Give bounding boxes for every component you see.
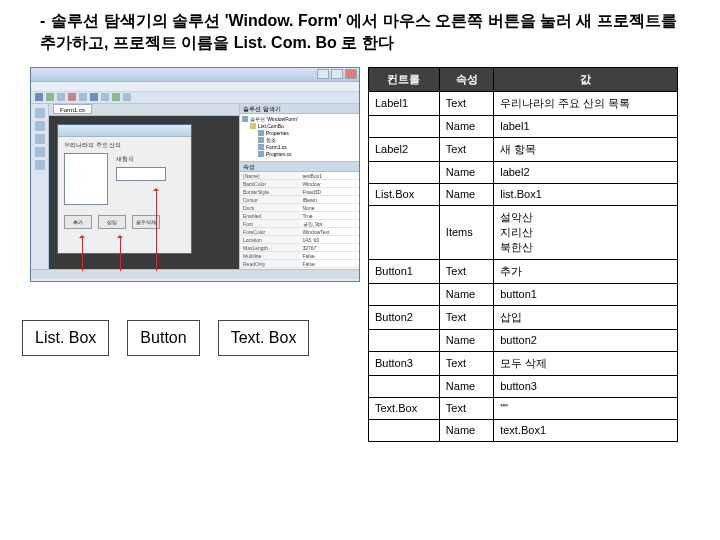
table-row: Button1Text추가 [369, 259, 678, 283]
ide-toolbox [31, 104, 49, 269]
control-labels: List. Box Button Text. Box [22, 320, 309, 356]
table-row: Nametext.Box1 [369, 419, 678, 441]
label-textbox: Text. Box [218, 320, 310, 356]
properties-table: 컨트롤 속성 값 Label1Text우리나라의 주요 산의 목록Namelab… [368, 67, 678, 442]
properties-panel-title: 속성 [240, 162, 359, 172]
table-row: Namelabel2 [369, 161, 678, 183]
table-row: Text.BoxText"" [369, 397, 678, 419]
arrow-icon [156, 189, 157, 271]
table-row: List.BoxNamelist.Box1 [369, 183, 678, 205]
col-value: 값 [494, 67, 678, 91]
table-row: Button2Text삽입 [369, 305, 678, 329]
table-row: Namebutton3 [369, 375, 678, 397]
label-listbox: List. Box [22, 320, 109, 356]
table-row: Button3Text모두 삭제 [369, 351, 678, 375]
form-mock: 우리나라의 주요 산의 새항목 추가 삽입 모두삭제 [57, 124, 192, 254]
mock-btn-add: 추가 [64, 215, 92, 229]
col-property: 속성 [439, 67, 493, 91]
solution-explorer: 솔루션 'WindowForm' List.ComBo Properties 참… [240, 114, 359, 162]
table-row: Label2Text새 항목 [369, 137, 678, 161]
arrow-icon [82, 236, 83, 271]
arrow-icon [120, 236, 121, 271]
ide-statusbar [31, 269, 359, 279]
minimize-icon [317, 69, 329, 79]
ide-designer: Form1.cs 우리나라의 주요 산의 새항목 추가 삽입 [49, 104, 239, 269]
mock-btn-insert: 삽입 [98, 215, 126, 229]
table-row: Namebutton1 [369, 283, 678, 305]
label-button: Button [127, 320, 199, 356]
mock-textbox [116, 167, 166, 181]
table-row: Namelabel1 [369, 115, 678, 137]
ide-titlebar [31, 68, 359, 82]
table-row: Label1Text우리나라의 주요 산의 목록 [369, 91, 678, 115]
mock-listbox [64, 153, 108, 205]
properties-panel: (Name)textBox1BackColorWindowBorderStyle… [240, 172, 359, 269]
table-row: Items설악산지리산북한산 [369, 205, 678, 259]
solution-explorer-title: 솔루션 탐색기 [240, 104, 359, 114]
table-row: Namebutton2 [369, 329, 678, 351]
col-control: 컨트롤 [369, 67, 440, 91]
close-icon [345, 69, 357, 79]
ide-toolbar [31, 92, 359, 104]
ide-menubar [31, 82, 359, 92]
instruction-text: -솔루션 탐색기의 솔루션 'Window. Form' 에서 마우스 오른쪽 … [30, 10, 690, 55]
designer-tab: Form1.cs [53, 104, 92, 114]
ide-screenshot: Form1.cs 우리나라의 주요 산의 새항목 추가 삽입 [30, 67, 360, 282]
maximize-icon [331, 69, 343, 79]
